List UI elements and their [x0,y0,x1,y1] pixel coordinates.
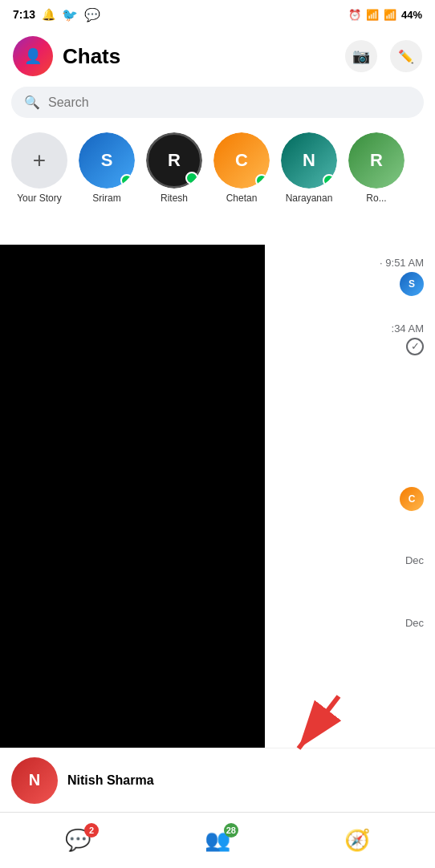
header-icons: 📷 ✏️ [345,40,422,72]
message-check-icon: ✓ [406,338,424,355]
stories-row: + Your Story S Sriram R Ritesh C [0,128,435,212]
story-item-sriram[interactable]: S Sriram [79,132,135,204]
nitish-name: Nitish Sharma [67,773,154,787]
chat-meta-1: · 9:51 AM S [380,257,424,296]
chat-time-5: Dec [405,617,424,629]
chetan-avatar[interactable]: C [213,132,270,189]
signal-icon: 📶 [384,9,396,21]
avatar-initial-1: S [409,278,415,290]
twitter-icon: 🐦 [62,7,78,22]
nav-discover[interactable]: 🧭 [287,828,427,853]
ritesh-initials: R [168,150,181,171]
header: 👤 Chats 📷 ✏️ [0,29,435,83]
sriram-label: Sriram [92,193,120,204]
avatar-emoji: 👤 [24,47,42,65]
nitish-initials: N [29,771,40,789]
sriram-initials: S [101,150,113,171]
story-item-chetan[interactable]: C Chetan [213,132,270,204]
search-bar[interactable]: 🔍 [11,87,424,118]
story-item-ritesh[interactable]: R Ritesh [146,132,202,204]
search-icon: 🔍 [24,95,40,110]
story-item-r[interactable]: R Ro... [348,132,405,204]
ritesh-avatar[interactable]: R [146,132,202,189]
narayanan-online-dot [323,174,335,187]
r-avatar[interactable]: R [348,132,405,189]
nitish-content: Nitish Sharma [67,773,424,788]
chat-time-2: :34 AM [392,322,424,335]
people-nav-icon: 👥 28 [205,828,230,853]
edit-icon: ✏️ [398,49,414,64]
avatar-initial-3: C [409,493,416,505]
bottom-chat-item[interactable]: N Nitish Sharma [0,748,435,812]
profile-avatar[interactable]: 👤 [13,36,53,76]
chat-meta-4: Dec [405,554,424,566]
chat-time-4: Dec [405,554,424,566]
your-story-label: Your Story [17,193,62,204]
status-time: 7:13 [13,8,35,21]
your-story-avatar[interactable]: + [11,132,67,189]
nitish-avatar: N [11,757,58,804]
page-title: Chats [63,44,120,69]
header-left: 👤 Chats [13,36,120,76]
chat-meta-3: C [400,484,424,511]
sriram-online-dot [120,174,133,187]
chetan-label: Chetan [226,193,258,204]
chat-avatar-small-3: C [400,487,424,511]
camera-button[interactable]: 📷 [345,40,377,72]
messenger-icon: 💬 [84,7,100,22]
black-overlay [0,245,265,756]
notification-icon: 🔔 [42,8,55,21]
story-item-narayanan[interactable]: N Narayanan [281,132,337,204]
chetan-initials: C [235,150,248,171]
chat-avatar-small-1: S [400,272,424,296]
status-left: 7:13 🔔 🐦 💬 [13,7,100,22]
status-right: ⏰ 📶 📶 44% [348,9,422,21]
compose-button[interactable]: ✏️ [390,40,422,72]
story-item-your-story[interactable]: + Your Story [11,132,67,204]
ritesh-label: Ritesh [161,193,188,204]
camera-icon: 📷 [352,47,370,65]
battery-text: 44% [401,9,422,21]
nav-chats[interactable]: 💬 2 [8,828,148,853]
chetan-online-dot [255,174,268,187]
nav-people[interactable]: 👥 28 [148,828,287,853]
add-story-icon: + [33,148,46,173]
chat-meta-2: :34 AM ✓ [392,322,424,355]
r-label: Ro... [366,193,386,204]
chat-time-1: · 9:51 AM [380,257,424,269]
chats-nav-icon: 💬 2 [65,828,91,853]
people-badge: 28 [224,823,238,838]
bottom-nav: 💬 2 👥 28 🧭 [0,812,435,868]
discover-nav-icon: 🧭 [344,828,370,853]
narayanan-label: Narayanan [286,193,333,204]
ritesh-online-dot [185,172,198,185]
status-bar: 7:13 🔔 🐦 💬 ⏰ 📶 📶 44% [0,0,435,29]
search-input[interactable] [48,95,411,110]
narayanan-initials: N [303,150,315,171]
sriram-avatar[interactable]: S [79,132,135,189]
narayanan-avatar[interactable]: N [281,132,337,189]
chat-meta-5: Dec [405,617,424,629]
r-initials: R [370,150,383,171]
chats-badge: 2 [84,823,99,838]
wifi-icon: 📶 [366,9,379,21]
alarm-icon: ⏰ [348,9,361,21]
